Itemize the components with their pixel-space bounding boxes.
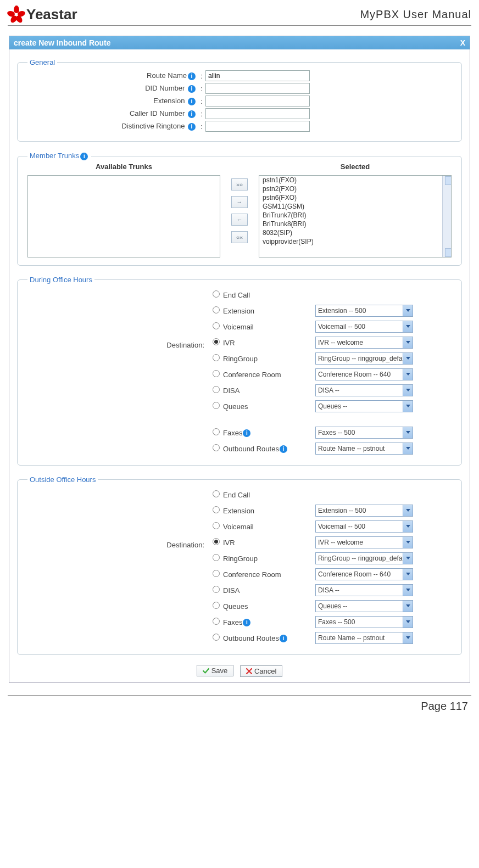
destination-select-faxes[interactable]: Faxes -- 500 (315, 427, 413, 439)
destination-select-outbound[interactable]: Route Name -- pstnout (315, 632, 413, 644)
destination-label-ivr: IVR (223, 339, 315, 347)
destination-select-voicemail[interactable]: Voicemail -- 500 (315, 321, 413, 333)
destination-row-disa: DISADISA -- (209, 583, 452, 597)
trunk-item[interactable]: GSM11(GSM) (259, 202, 451, 211)
destination-radio-confroom[interactable] (213, 570, 220, 577)
destination-select-extension[interactable]: Extension -- 500 (315, 505, 413, 517)
extension-input[interactable] (205, 96, 310, 107)
move-all-left-button[interactable]: «« (231, 231, 248, 243)
destination-label-outbound: Outbound Routesi (223, 634, 315, 643)
ringtone-input[interactable] (205, 121, 310, 132)
extension-row: Extension i : (27, 96, 452, 107)
save-button[interactable]: Save (197, 665, 234, 676)
general-section: General Route Namei : DID Number i : Ext… (17, 58, 462, 142)
route-name-input[interactable] (205, 70, 310, 81)
trunk-item[interactable]: pstn2(FXO) (259, 184, 451, 193)
destination-radio-outbound[interactable] (213, 444, 220, 451)
info-icon[interactable]: i (80, 153, 88, 160)
destination-select-confroom[interactable]: Conference Room -- 640 (315, 368, 413, 380)
available-trunks-list[interactable] (27, 175, 220, 257)
destination-label-outbound: Outbound Routesi (223, 445, 315, 453)
trunk-item[interactable]: pstn1(FXO) (259, 176, 451, 184)
info-icon[interactable]: i (188, 72, 196, 80)
destination-radio-queues[interactable] (213, 602, 220, 609)
destination-radio-queues[interactable] (213, 402, 220, 409)
chevron-down-icon (403, 401, 413, 412)
destination-select-extension[interactable]: Extension -- 500 (315, 305, 413, 317)
scrollbar[interactable]: ▴ ▾ (442, 176, 451, 257)
scroll-down-icon[interactable]: ▾ (445, 248, 452, 257)
info-icon[interactable]: i (188, 85, 196, 93)
destination-select-ringgroup[interactable]: RingGroup -- ringgroup_defa (315, 352, 413, 365)
destination-select-ivr[interactable]: IVR -- welcome (315, 337, 413, 349)
chevron-down-icon (403, 305, 413, 316)
during-office-hours-section: During Office Hours Destination: End Cal… (17, 276, 462, 466)
destination-radio-extension[interactable] (213, 306, 220, 313)
cancel-button[interactable]: Cancel (240, 665, 282, 677)
trunk-item[interactable]: voipprovider(SIP) (259, 237, 451, 246)
info-icon[interactable]: i (188, 123, 196, 131)
did-number-row: DID Number i : (27, 83, 452, 94)
destination-radio-faxes[interactable] (213, 428, 220, 435)
member-trunks-section: Member Trunksi Available Trunks »» → ← «… (17, 152, 462, 266)
destination-select-disa[interactable]: DISA -- (315, 384, 413, 396)
chevron-down-icon (403, 337, 413, 348)
destination-row-ringgroup: RingGroupRingGroup -- ringgroup_defa (209, 551, 452, 565)
destination-radio-voicemail[interactable] (213, 522, 220, 529)
outside-office-hours-section: Outside Office Hours Destination: End Ca… (17, 475, 462, 655)
destination-radio-ringgroup[interactable] (213, 554, 220, 561)
scroll-up-icon[interactable]: ▴ (445, 176, 452, 185)
destination-select-ivr[interactable]: IVR -- welcome (315, 536, 413, 548)
chevron-down-icon (403, 521, 413, 532)
move-left-button[interactable]: ← (231, 214, 248, 226)
flower-icon (8, 5, 25, 23)
info-icon[interactable]: i (188, 110, 196, 118)
destination-select-disa[interactable]: DISA -- (315, 584, 413, 596)
destination-label-disa: DISA (223, 387, 315, 395)
trunk-item[interactable]: BriTrunk7(BRI) (259, 211, 451, 220)
destination-radio-faxes[interactable] (213, 618, 220, 625)
destination-select-queues[interactable]: Queues -- (315, 400, 413, 412)
destination-radio-ivr[interactable] (213, 338, 220, 345)
trunk-item[interactable]: 8032(SIP) (259, 228, 451, 237)
info-icon[interactable]: i (280, 445, 287, 453)
destination-row-outbound: Outbound RoutesiRoute Name -- pstnout (209, 631, 452, 645)
destination-radio-end_call[interactable] (213, 490, 220, 497)
destination-radio-ringgroup[interactable] (213, 354, 220, 361)
destination-radio-extension[interactable] (213, 506, 220, 513)
destination-radio-disa[interactable] (213, 586, 220, 593)
destination-radio-end_call[interactable] (213, 290, 220, 298)
destination-label: Destination: (27, 286, 209, 349)
close-button[interactable]: X (460, 38, 465, 47)
info-icon[interactable]: i (280, 635, 287, 642)
destination-row-faxes: FaxesiFaxes -- 500 (209, 425, 452, 440)
caller-id-input[interactable] (205, 108, 310, 119)
destination-radio-confroom[interactable] (213, 370, 220, 377)
trunk-item[interactable]: pstn6(FXO) (259, 193, 451, 202)
move-all-right-button[interactable]: »» (231, 178, 248, 191)
did-number-input[interactable] (205, 83, 310, 94)
info-icon[interactable]: i (188, 98, 196, 105)
destination-radio-voicemail[interactable] (213, 322, 220, 329)
destination-select-voicemail[interactable]: Voicemail -- 500 (315, 520, 413, 533)
info-icon[interactable]: i (243, 619, 250, 626)
destination-row-queues: QueuesQueues -- (209, 399, 452, 413)
destination-radio-outbound[interactable] (213, 634, 220, 641)
destination-select-confroom[interactable]: Conference Room -- 640 (315, 568, 413, 580)
destination-select-ringgroup[interactable]: RingGroup -- ringgroup_defa (315, 552, 413, 564)
destination-label-voicemail: Voicemail (223, 323, 315, 331)
destination-radio-ivr[interactable] (213, 538, 220, 545)
selected-trunks-list[interactable]: pstn1(FXO)pstn2(FXO)pstn6(FXO)GSM11(GSM)… (259, 175, 452, 257)
chevron-down-icon (403, 505, 413, 516)
brand-name: Yeastar (26, 6, 77, 23)
chevron-down-icon (403, 321, 413, 332)
destination-select-faxes[interactable]: Faxes -- 500 (315, 616, 413, 628)
info-icon[interactable]: i (243, 429, 250, 437)
destination-select-outbound[interactable]: Route Name -- pstnout (315, 443, 413, 455)
destination-select-queues[interactable]: Queues -- (315, 600, 413, 612)
destination-row-voicemail: VoicemailVoicemail -- 500 (209, 519, 452, 534)
destination-row-extension: ExtensionExtension -- 500 (209, 503, 452, 518)
destination-radio-disa[interactable] (213, 386, 220, 393)
move-right-button[interactable]: → (231, 196, 248, 208)
trunk-item[interactable]: BriTrunk8(BRI) (259, 220, 451, 228)
